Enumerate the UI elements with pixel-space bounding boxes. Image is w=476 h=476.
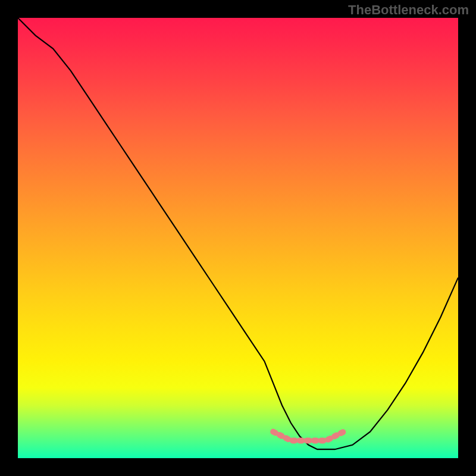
watermark-text: TheBottleneck.com [348, 2, 469, 18]
chart-svg [18, 18, 458, 458]
chart-plot-area [18, 18, 458, 458]
highlight-band-line [273, 432, 343, 441]
bottleneck-curve-line [18, 18, 458, 449]
